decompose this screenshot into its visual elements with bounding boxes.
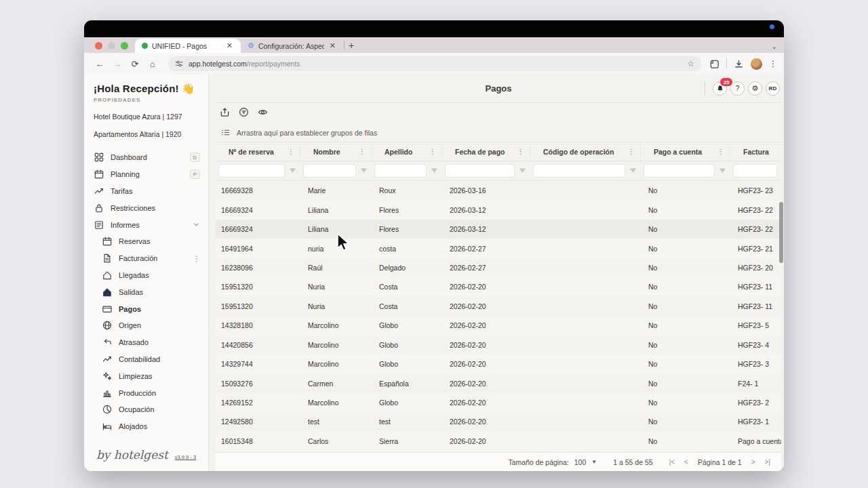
filter-funnel-icon[interactable]	[719, 165, 726, 177]
first-page-button[interactable]: |<	[669, 458, 675, 466]
table-row[interactable]: 16669328MarieRoux2026-03-16NoHGF23- 23	[216, 181, 781, 200]
sidebar-item-salidas[interactable]: Salidas	[94, 283, 208, 300]
filter-funnel-icon[interactable]	[629, 165, 637, 177]
browser-tab-active[interactable]: UNIFIED - Pagos ✕	[135, 39, 241, 53]
sidebar-item-tarifas[interactable]: Tarifas	[94, 183, 208, 200]
user-avatar[interactable]: RD	[766, 81, 780, 96]
browser-tab-settings[interactable]: ⚙ Configuración: Aspecto ✕	[241, 39, 344, 53]
minimize-window-button[interactable]	[108, 42, 115, 49]
sidebar-item-informes[interactable]: Informes	[94, 216, 208, 233]
browser-profile-avatar[interactable]	[751, 58, 762, 70]
version-link[interactable]: v3.9.9 - 3	[175, 454, 196, 460]
address-bar[interactable]: app.hotelgest.com/report/payments ☆	[168, 56, 701, 71]
column-filter-input[interactable]	[303, 164, 356, 178]
column-header[interactable]: Nº de reserva⋮	[216, 142, 300, 161]
notifications-button[interactable]: 25	[713, 81, 727, 96]
column-header[interactable]: Pago a cuenta⋮	[641, 142, 730, 161]
filter-funnel-icon[interactable]	[431, 165, 438, 177]
column-header[interactable]: Nombre⋮	[300, 142, 372, 161]
settings-button[interactable]: ⚙	[748, 81, 762, 96]
column-header[interactable]: Factura	[730, 142, 781, 161]
browser-menu-kebab-icon[interactable]: ⋮	[769, 59, 777, 68]
filter-funnel-icon[interactable]	[519, 165, 526, 177]
column-filter-input[interactable]	[218, 164, 285, 178]
table-row[interactable]: 16669324LilianaFlores2026-03-12NoHGF23- …	[216, 200, 781, 219]
toolbar-divider	[726, 59, 727, 68]
dashboard-icon	[94, 152, 104, 163]
column-menu-icon[interactable]: ⋮	[517, 148, 530, 155]
property-item[interactable]: Hotel Boutique Azura | 1297	[94, 113, 208, 121]
table-row[interactable]: 15093276CarmenEspañola2026-02-20NoF24- 1	[216, 373, 781, 392]
column-header[interactable]: Código de operación⋮	[530, 142, 641, 161]
home-button[interactable]: ⌂	[145, 59, 160, 69]
table-row[interactable]: 16015348CarlosSierra2026-02-20NoPago a c…	[216, 432, 781, 451]
row-group-dropzone[interactable]: Arrastra aquí para establecer grupos de …	[216, 123, 781, 142]
property-item[interactable]: Apartamentos Altaria | 1920	[94, 130, 208, 138]
column-filter-input[interactable]	[374, 164, 427, 178]
sidebar-item-limpiezas[interactable]: Limpiezas	[94, 367, 208, 384]
tab-groups-icon[interactable]	[709, 59, 719, 69]
table-row[interactable]: 16669324LilianaFlores2026-03-12NoHGF23- …	[216, 220, 781, 239]
last-page-button[interactable]: >|	[765, 458, 770, 466]
table-row[interactable]: 16491964nuriacosta2026-02-27NoHGF23- 21	[216, 239, 781, 258]
kebab-menu-icon[interactable]: ⋮	[193, 255, 200, 262]
sidebar-item-contabilidad[interactable]: Contabilidad	[94, 351, 208, 368]
tab-search-chevron-icon[interactable]: ⌄	[772, 43, 777, 50]
column-menu-icon[interactable]: ⋮	[288, 148, 300, 155]
column-menu-icon[interactable]: ⋮	[429, 148, 441, 155]
sidebar-item-reservas[interactable]: Reservas	[94, 233, 208, 250]
table-row[interactable]: 15951320NuriaCosta2026-02-20NoHGF23- 11	[216, 297, 781, 316]
column-filter-input[interactable]	[445, 164, 515, 178]
new-tab-button[interactable]: +	[344, 40, 361, 53]
table-row[interactable]: 14420856MarcolinoGlobo2026-02-20NoHGF23-…	[216, 336, 781, 354]
table-row[interactable]: 14328180MarcolinoGlobo2026-02-20NoHGF23-…	[216, 316, 781, 335]
table-cell: 15951320	[216, 283, 300, 291]
sidebar-item-dashboard[interactable]: DashboardD	[94, 149, 208, 166]
back-button[interactable]: ←	[92, 59, 107, 69]
column-header[interactable]: Apellido⋮	[372, 142, 442, 161]
forward-button[interactable]: →	[110, 59, 125, 69]
table-row[interactable]: 12492580testtest2026-02-20NoHGF23- 1	[216, 412, 781, 431]
tab-close-icon[interactable]: ✕	[225, 41, 234, 50]
next-page-button[interactable]: >	[751, 458, 755, 466]
sidebar-item-origen[interactable]: Origen	[94, 317, 208, 334]
page-size-control[interactable]: Tamaño de página: 100 ▼	[508, 458, 597, 466]
table-row[interactable]: 16238096RaúlDelgado2026-02-27NoHGF23- 20	[216, 258, 781, 277]
sidebar-item-llegadas[interactable]: Llegadas	[94, 267, 208, 284]
previous-page-button[interactable]: <	[684, 458, 688, 466]
sidebar-item-produccion[interactable]: Producción	[94, 384, 208, 401]
filters-button[interactable]	[239, 107, 249, 120]
table-row[interactable]: 15951320NuriaCosta2026-02-20NoHGF23- 11	[216, 277, 781, 296]
sidebar-item-facturacion[interactable]: Facturación⋮	[94, 250, 208, 267]
maximize-window-button[interactable]	[121, 42, 128, 49]
column-filter-input[interactable]	[644, 164, 715, 178]
help-button[interactable]: ?	[730, 81, 745, 96]
bookmark-star-icon[interactable]: ☆	[687, 59, 694, 68]
sidebar-item-restricciones[interactable]: Restricciones	[94, 199, 208, 216]
table-row[interactable]: 14329744MarcolinoGlobo2026-02-20NoHGF23-…	[216, 354, 781, 373]
reload-button[interactable]: ⟳	[127, 59, 142, 69]
columns-visibility-button[interactable]	[258, 107, 268, 120]
sidebar-item-alojados[interactable]: Alojados	[94, 418, 208, 435]
close-window-button[interactable]	[95, 42, 102, 49]
filter-funnel-icon[interactable]	[360, 165, 368, 177]
vertical-scrollbar[interactable]	[779, 202, 783, 263]
site-settings-icon[interactable]	[175, 60, 183, 68]
sidebar-item-ocupacion[interactable]: Ocupación	[94, 401, 208, 418]
sidebar-item-pagos[interactable]: Pagos	[94, 300, 208, 317]
table-row[interactable]: 14269152MarcolinoGlobo2026-02-20NoHGF23-…	[216, 393, 781, 412]
column-filter-input[interactable]	[733, 164, 777, 178]
chevron-down-icon[interactable]	[193, 219, 200, 231]
column-menu-icon[interactable]: ⋮	[628, 148, 640, 155]
table-cell: No	[641, 399, 730, 407]
filter-funnel-icon[interactable]	[289, 165, 296, 177]
column-menu-icon[interactable]: ⋮	[717, 148, 730, 155]
downloads-icon[interactable]	[734, 59, 744, 69]
sidebar-item-atrasado[interactable]: Atrasado	[94, 334, 208, 351]
export-button[interactable]	[220, 107, 230, 120]
column-menu-icon[interactable]: ⋮	[359, 148, 371, 155]
column-header[interactable]: Fecha de pago⋮	[442, 142, 530, 161]
sidebar-item-planning[interactable]: PlanningP	[94, 166, 208, 183]
column-filter-input[interactable]	[533, 164, 625, 178]
tab-close-icon[interactable]: ✕	[328, 41, 337, 50]
